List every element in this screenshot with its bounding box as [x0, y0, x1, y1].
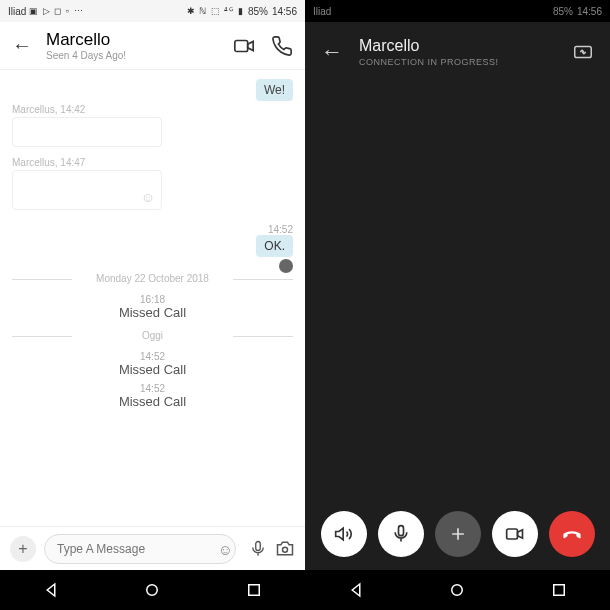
mute-button[interactable]	[378, 511, 424, 557]
contact-name[interactable]: Marcello	[46, 30, 233, 50]
smile-icon: ☺	[141, 189, 155, 205]
carrier-label: Iliad	[8, 6, 26, 17]
incoming-bubble[interactable]: ☺	[12, 170, 162, 210]
svg-point-3	[147, 585, 158, 596]
chat-messages[interactable]: We! Marcellus, 14:42 Marcellus, 14:47 ☺ …	[0, 70, 305, 526]
svg-point-8	[452, 585, 463, 596]
video-toggle-button[interactable]	[492, 511, 538, 557]
call-screen: Iliad 85% 14:56 ← Marcello CONNECTION IN…	[305, 0, 610, 610]
call-contact-name: Marcello	[359, 37, 556, 55]
svg-rect-1	[256, 541, 261, 550]
nav-back-icon[interactable]	[347, 581, 365, 599]
emoji-icon[interactable]: ☺	[218, 540, 233, 557]
video-call-icon[interactable]	[233, 35, 255, 57]
svg-point-2	[283, 547, 288, 552]
message-meta: Marcellus, 14:42	[12, 104, 293, 115]
nav-recent-icon[interactable]	[550, 581, 568, 599]
nav-recent-icon[interactable]	[245, 581, 263, 599]
chat-screen: Iliad ▣ ▷ ◻ ▫ ⋯ ✱ ℕ ⬚ ⁴ᴳ ▮ 85% 14:56 ← M…	[0, 0, 305, 610]
call-controls	[305, 498, 610, 570]
back-arrow-icon[interactable]: ←	[12, 34, 32, 57]
message-meta: Marcellus, 14:47	[12, 157, 293, 168]
mic-icon[interactable]	[249, 540, 267, 558]
nav-home-icon[interactable]	[143, 581, 161, 599]
battery-percent: 85%	[248, 6, 268, 17]
android-nav-bar	[0, 570, 305, 610]
status-time: 14:56	[272, 6, 297, 17]
call-time: 14:52	[12, 351, 293, 362]
status-bar: Iliad 85% 14:56	[305, 0, 610, 22]
call-header: ← Marcello CONNECTION IN PROGRESS!	[305, 22, 610, 82]
svg-rect-6	[398, 526, 403, 536]
message-time: 14:52	[268, 224, 293, 235]
svg-rect-0	[235, 40, 248, 51]
missed-call-entry[interactable]: 14:52 Missed Call	[12, 351, 293, 377]
android-nav-bar	[305, 570, 610, 610]
incoming-bubble[interactable]	[12, 117, 162, 147]
date-divider: Monday 22 October 2018	[12, 273, 293, 284]
missed-call-entry[interactable]: 16:18 Missed Call	[12, 294, 293, 320]
notification-icons: ▣ ▷ ◻ ▫ ⋯	[29, 6, 83, 16]
end-call-button[interactable]	[549, 511, 595, 557]
add-button[interactable]	[435, 511, 481, 557]
call-label: Missed Call	[12, 362, 293, 377]
call-label: Missed Call	[12, 394, 293, 409]
nav-back-icon[interactable]	[42, 581, 60, 599]
status-time: 14:56	[577, 6, 602, 17]
status-bar: Iliad ▣ ▷ ◻ ▫ ⋯ ✱ ℕ ⬚ ⁴ᴳ ▮ 85% 14:56	[0, 0, 305, 22]
chat-header: ← Marcello Seen 4 Days Ago!	[0, 22, 305, 70]
call-label: Missed Call	[12, 305, 293, 320]
back-arrow-icon[interactable]: ←	[321, 39, 343, 65]
svg-rect-9	[554, 585, 565, 596]
call-video-area	[305, 82, 610, 498]
read-avatar-icon	[279, 259, 293, 273]
call-status-label: CONNECTION IN PROGRESS!	[359, 57, 556, 67]
call-time: 14:52	[12, 383, 293, 394]
last-seen: Seen 4 Days Ago!	[46, 50, 233, 61]
carrier-label: Iliad	[313, 6, 331, 17]
call-time: 16:18	[12, 294, 293, 305]
message-input-bar: + ☺	[0, 526, 305, 570]
outgoing-bubble[interactable]: We!	[256, 79, 293, 101]
message-input[interactable]	[44, 534, 236, 564]
date-divider: Oggi	[12, 330, 293, 341]
attach-button[interactable]: +	[10, 536, 36, 562]
outgoing-bubble[interactable]: OK.	[256, 235, 293, 257]
nav-home-icon[interactable]	[448, 581, 466, 599]
phone-call-icon[interactable]	[271, 35, 293, 57]
svg-rect-4	[249, 585, 260, 596]
missed-call-entry[interactable]: 14:52 Missed Call	[12, 383, 293, 409]
battery-percent: 85%	[553, 6, 573, 17]
svg-rect-7	[506, 529, 517, 539]
connectivity-icons: ✱ ℕ ⬚ ⁴ᴳ ▮	[187, 6, 244, 16]
camera-icon[interactable]	[275, 539, 295, 559]
speaker-button[interactable]	[321, 511, 367, 557]
camera-swap-icon[interactable]	[572, 41, 594, 63]
